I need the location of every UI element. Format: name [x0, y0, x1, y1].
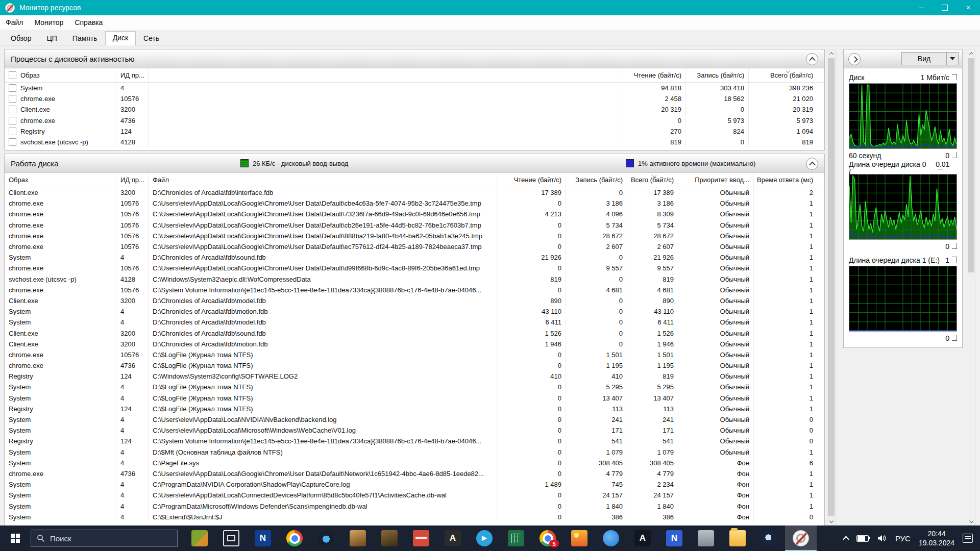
disk-activity-row[interactable]: chrome.exe10576C:\Users\elevi\AppData\Lo…: [5, 220, 824, 231]
disk-activity-row[interactable]: Client.exe3200D:\Chronicles of Arcadia\f…: [5, 339, 824, 349]
clock[interactable]: 20:44 19.03.2024: [915, 525, 959, 551]
process-row[interactable]: chrome.exe105762 45818 56221 020: [5, 93, 824, 104]
disk-activity-row[interactable]: Registry124C:\$LogFile (Журнал тома NTFS…: [5, 404, 824, 414]
column-header-read[interactable]: Чтение (байт/с): [497, 173, 566, 187]
disk-activity-row[interactable]: chrome.exe10576C:\Users\elevi\AppData\Lo…: [5, 198, 824, 209]
panel2-collapse-button[interactable]: [806, 158, 818, 170]
process-row[interactable]: System494 818303 418398 236: [5, 83, 824, 93]
maximize-button[interactable]: [933, 0, 957, 15]
sidebar-scrollbar[interactable]: [967, 49, 975, 525]
main-scrollbar-thumb[interactable]: [828, 58, 835, 516]
store-app-icon[interactable]: [405, 525, 437, 551]
disk-activity-row[interactable]: chrome.exe4736C:\$LogFile (Журнал тома N…: [5, 360, 824, 371]
disk-activity-row[interactable]: Client.exe3200D:\Chronicles of Arcadia\f…: [5, 295, 824, 306]
sidebar-scrollbar-thumb[interactable]: [968, 58, 974, 272]
excel-icon[interactable]: [500, 525, 532, 551]
chrome-notif-icon[interactable]: 5: [532, 525, 564, 551]
column-header-pid[interactable]: ИД пр...: [116, 173, 149, 187]
disk-activity-row[interactable]: Registry124C:\Windows\System32\config\SO…: [5, 371, 824, 382]
battery-icon[interactable]: [852, 525, 873, 551]
disk-activity-row[interactable]: System4D:\$LogFile (Журнал тома NTFS)05 …: [5, 382, 824, 392]
font-viewer-icon[interactable]: A: [627, 525, 658, 551]
close-button[interactable]: ×: [957, 0, 980, 15]
column-header-read[interactable]: Чтение (байт/с): [623, 68, 686, 82]
blue-browser-icon[interactable]: [595, 525, 627, 551]
expand-graphs-button[interactable]: [848, 53, 861, 65]
font-app-icon[interactable]: A: [437, 525, 469, 551]
scroll-down-button[interactable]: [827, 517, 835, 525]
tray-overflow-button[interactable]: [840, 525, 852, 551]
column-header-write[interactable]: Запись (байт/с): [686, 68, 749, 82]
sidebar-scroll-down-button[interactable]: [967, 517, 975, 525]
disk-activity-row[interactable]: System4C:\$LogFile (Журнал тома NTFS)013…: [5, 393, 824, 404]
chrome-icon[interactable]: [279, 525, 310, 551]
minimize-button[interactable]: [910, 0, 933, 15]
column-header-total[interactable]: Всего (байт/с): [627, 173, 678, 187]
start-button[interactable]: [0, 525, 31, 551]
row-checkbox[interactable]: [9, 138, 16, 146]
disk-activity-row[interactable]: Client.exe3200D:\Chronicles of Arcadia\f…: [5, 328, 824, 338]
process-row[interactable]: svchost.exe (utcsvc -p)41288190819: [5, 137, 824, 147]
column-header-image[interactable]: Образ: [5, 68, 116, 82]
column-header-write[interactable]: Запись (байт/с): [566, 173, 627, 187]
disk-activity-row[interactable]: chrome.exe10576C:\System Volume Informat…: [5, 285, 824, 295]
column-header-image[interactable]: Образ: [5, 173, 116, 187]
menu-monitor[interactable]: Монитор: [29, 18, 69, 27]
disk-activity-row[interactable]: chrome.exe10576C:\Users\elevi\AppData\Lo…: [5, 209, 824, 219]
disk-activity-row[interactable]: Client.exe3200D:\Chronicles of Arcadia\f…: [5, 187, 824, 198]
task-view-icon[interactable]: [215, 525, 247, 551]
panel1-header[interactable]: Процессы с дисковой активностью: [5, 49, 824, 68]
disk-activity-row[interactable]: chrome.exe10576C:\Users\elevi\AppData\Lo…: [5, 241, 824, 252]
photos-icon[interactable]: [564, 525, 595, 551]
menu-help[interactable]: Справка: [69, 18, 108, 27]
tab-disk[interactable]: Диск: [105, 31, 136, 45]
row-checkbox[interactable]: [9, 117, 16, 124]
disk-activity-row[interactable]: Registry124C:\System Volume Information\…: [5, 436, 824, 446]
disk-activity-row[interactable]: System4C:\$Extend\$UsnJrnl:$J0386386Фон0: [5, 512, 824, 522]
column-header-priority[interactable]: Приоритет ввод...: [678, 173, 754, 187]
disk-activity-row[interactable]: chrome.exe4736C:\Users\elevi\AppData\Loc…: [5, 468, 824, 479]
row-checkbox[interactable]: [9, 128, 16, 135]
bird-app-icon[interactable]: [310, 525, 342, 551]
tab-network[interactable]: Сеть: [136, 32, 167, 45]
disk-activity-row[interactable]: System4D:\Chronicles of Arcadia\fdb\mode…: [5, 317, 824, 328]
menu-file[interactable]: Файл: [0, 18, 29, 27]
tab-memory[interactable]: Память: [65, 32, 105, 45]
row-checkbox[interactable]: [9, 95, 16, 103]
disk-activity-row[interactable]: System4D:\$Mft (Основная таблица файлов …: [5, 447, 824, 458]
disk-activity-row[interactable]: System4C:\Users\elevi\AppData\Local\Conn…: [5, 490, 824, 500]
file-explorer-icon[interactable]: [722, 525, 753, 551]
main-scrollbar[interactable]: [827, 49, 836, 525]
process-row[interactable]: chrome.exe473605 9735 973: [5, 115, 824, 126]
onenote-icon[interactable]: N: [247, 525, 279, 551]
column-header-pid[interactable]: ИД пр...: [116, 68, 149, 82]
column-header-file[interactable]: Файл: [149, 173, 497, 187]
sidebar-scroll-up-button[interactable]: [967, 49, 975, 58]
disk-activity-row[interactable]: System4C:\ProgramData\Microsoft\Windows …: [5, 500, 824, 511]
taskbar-search[interactable]: Поиск: [31, 530, 178, 547]
frog-app-icon[interactable]: [184, 525, 215, 551]
panel2-header[interactable]: Работа диска 26 КБ/с - дисковый ввод-выв…: [5, 154, 824, 173]
language-indicator[interactable]: РУС: [891, 525, 915, 551]
view-button[interactable]: Вид: [901, 52, 959, 65]
row-checkbox[interactable]: [9, 106, 16, 113]
disk-activity-row[interactable]: chrome.exe10576C:\Users\elevi\AppData\Lo…: [5, 263, 824, 273]
game-client-icon[interactable]: [342, 525, 374, 551]
row-checkbox[interactable]: [9, 84, 16, 92]
tab-cpu[interactable]: ЦП: [39, 32, 64, 45]
steam-icon[interactable]: [753, 525, 785, 551]
volume-icon[interactable]: [873, 525, 891, 551]
disk-activity-row[interactable]: System4C:\Users\elevi\AppData\Local\NVID…: [5, 414, 824, 425]
telegram-icon[interactable]: ►: [469, 525, 500, 551]
action-center-button[interactable]: [959, 525, 980, 551]
disk-activity-row[interactable]: System4C:\ProgramData\NVIDIA Corporation…: [5, 479, 824, 490]
disk-activity-row[interactable]: System4C:\PageFile.sys0308 405308 405Фон…: [5, 458, 824, 468]
select-all-checkbox[interactable]: [9, 71, 16, 79]
disk-activity-row[interactable]: System4C:\Users\elevi\AppData\Local\Micr…: [5, 425, 824, 436]
view-dropdown-arrow[interactable]: [946, 53, 958, 65]
device-app-icon[interactable]: [690, 525, 722, 551]
scroll-up-button[interactable]: [827, 49, 835, 58]
disk-activity-row[interactable]: System4D:\Chronicles of Arcadia\fdb\soun…: [5, 252, 824, 263]
disk-activity-row[interactable]: chrome.exe10576C:\Users\elevi\AppData\Lo…: [5, 231, 824, 241]
process-row[interactable]: Client.exe320020 319020 319: [5, 104, 824, 115]
